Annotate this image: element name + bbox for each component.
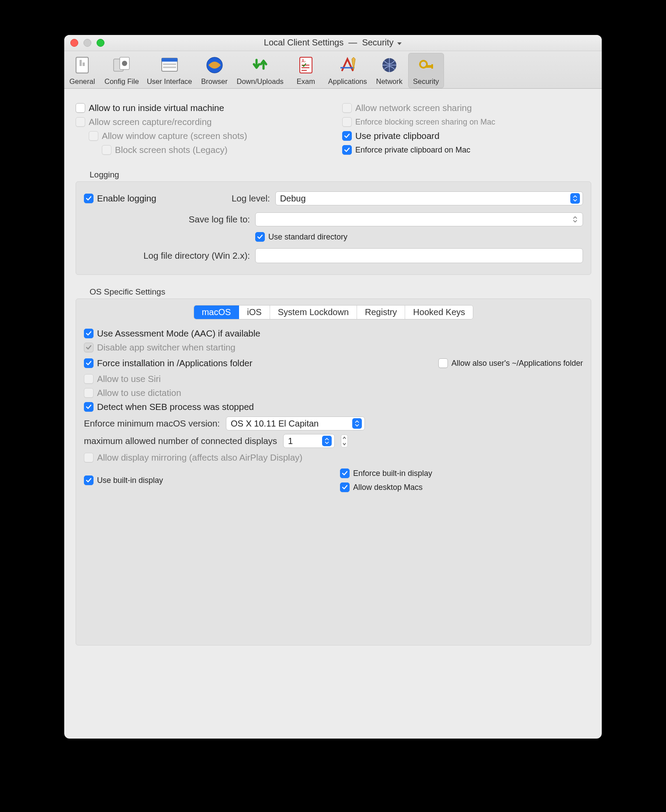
option-allow-window-capture: Allow window capture (screen shots) (76, 130, 325, 142)
option-enable-logging[interactable]: Enable logging (84, 192, 156, 205)
toolbar-general[interactable]: General (64, 53, 100, 88)
option-label: Allow to run inside virtual machine (89, 103, 224, 113)
option-disable-switcher: Disable app switcher when starting (84, 341, 583, 354)
option-label: Block screen shots (Legacy) (115, 145, 228, 155)
toolbar-exam-label: Exam (297, 77, 315, 86)
os-section: macOS iOS System Lockdown Registry Hooke… (76, 298, 591, 645)
toolbar-browser[interactable]: Browser (197, 53, 232, 88)
network-icon (379, 55, 400, 76)
option-allow-desktop-macs[interactable]: Allow desktop Macs (340, 481, 583, 493)
select-arrows-icon (570, 193, 580, 204)
os-title: OS Specific Settings (90, 287, 591, 297)
toolbar-security[interactable]: Security (408, 53, 444, 88)
option-label: Allow window capture (screen shots) (102, 131, 247, 141)
option-label: Detect when SEB process was stopped (97, 402, 254, 412)
option-label: Use standard directory (268, 232, 347, 242)
checkbox-icon (84, 329, 94, 338)
svg-rect-8 (163, 63, 176, 65)
toolbar-browser-label: Browser (201, 77, 228, 86)
toolbar-applications-label: Applications (328, 77, 367, 86)
loglevel-value: Debug (280, 194, 306, 204)
top-left: Allow to run inside virtual machine Allo… (76, 100, 325, 158)
tab-registry[interactable]: Registry (357, 305, 405, 319)
option-label: Enforce private clipboard on Mac (355, 146, 470, 155)
browser-icon (204, 55, 225, 76)
toolbar-config-file[interactable]: Config File (101, 53, 142, 88)
option-allow-net-screen: Allow network screen sharing (342, 102, 591, 114)
max-displays-stepper[interactable] (341, 434, 348, 448)
tab-macos[interactable]: macOS (194, 305, 239, 319)
option-label: Force installation in /Applications fold… (97, 358, 253, 368)
security-icon (416, 55, 437, 76)
option-use-aac[interactable]: Use Assessment Mode (AAC) if available (84, 327, 583, 340)
toolbar-down-uploads[interactable]: Down/Uploads (233, 53, 287, 88)
toolbar-config-file-label: Config File (104, 77, 139, 86)
checkbox-icon (84, 388, 94, 398)
max-displays-select[interactable]: 1 (283, 434, 335, 448)
window-title: Local Client Settings — Security (64, 38, 602, 48)
option-use-std-dir[interactable]: Use standard directory (255, 231, 347, 243)
user-interface-icon (159, 55, 180, 76)
tab-ios[interactable]: iOS (239, 305, 270, 319)
option-label: Enforce blocking screen sharing on Mac (355, 118, 495, 127)
option-label: Allow display mirroring (affects also Ai… (97, 452, 302, 463)
option-allow-vm[interactable]: Allow to run inside virtual machine (76, 102, 325, 114)
title-section: Security (362, 38, 393, 47)
window-controls (70, 39, 104, 47)
checkbox-icon (342, 103, 352, 113)
option-label: Allow screen capture/recording (89, 117, 212, 127)
checkbox-icon (84, 475, 94, 485)
minimize-window-button (83, 39, 91, 47)
tab-system-lockdown[interactable]: System Lockdown (270, 305, 357, 319)
toolbar-network[interactable]: Network (371, 53, 407, 88)
zoom-window-button[interactable] (97, 39, 104, 47)
checkbox-icon (84, 374, 94, 384)
option-allow-user-apps[interactable]: Allow also user's ~/Applications folder (438, 357, 583, 369)
checkbox-icon (84, 402, 94, 412)
checkbox-icon (84, 453, 94, 462)
option-enforce-clip-mac[interactable]: Enforce private clipboard on Mac (342, 144, 591, 156)
option-detect-stopped[interactable]: Detect when SEB process was stopped (84, 401, 583, 413)
option-label: Allow to use Siri (97, 374, 161, 384)
toolbar-security-label: Security (413, 77, 439, 86)
option-force-install[interactable]: Force installation in /Applications fold… (84, 357, 425, 369)
toolbar-exam[interactable]: A- Exam (288, 53, 324, 88)
option-private-clip[interactable]: Use private clipboard (342, 130, 591, 142)
option-enforce-builtin[interactable]: Enforce built-in display (340, 467, 583, 479)
svg-point-15 (420, 61, 427, 68)
checkbox-icon (84, 358, 94, 368)
select-arrows-icon (352, 418, 362, 429)
savefile-select[interactable] (255, 212, 583, 226)
enforce-min-label: Enforce minimum macOS version: (84, 418, 220, 429)
close-window-button[interactable] (70, 39, 78, 47)
checkbox-icon (84, 194, 94, 203)
down-uploads-icon (250, 55, 271, 76)
logdir-input[interactable] (255, 248, 583, 263)
option-label: Enforce built-in display (353, 469, 432, 478)
option-allow-dictation: Allow to use dictation (84, 387, 583, 399)
svg-text:A-: A- (302, 59, 306, 63)
checkbox-icon (340, 468, 350, 478)
title-dropdown-icon[interactable] (397, 38, 402, 48)
applications-icon (337, 55, 358, 76)
general-icon (72, 55, 93, 76)
option-use-builtin[interactable]: Use built-in display (84, 474, 327, 486)
top-options: Allow to run inside virtual machine Allo… (76, 100, 591, 158)
max-displays-label: maximum allowed number of connected disp… (84, 436, 277, 446)
logging-title: Logging (90, 170, 591, 180)
enforce-min-select[interactable]: OS X 10.11 El Capitan (226, 416, 365, 430)
toolbar-applications[interactable]: Applications (325, 53, 371, 88)
toolbar-user-interface[interactable]: User Interface (143, 53, 196, 88)
tab-hooked-keys[interactable]: Hooked Keys (405, 305, 473, 319)
option-allow-mirror: Allow display mirroring (affects also Ai… (84, 451, 583, 464)
option-label: Use built-in display (97, 476, 163, 485)
enforce-min-value: OS X 10.11 El Capitan (231, 419, 319, 429)
logdir-label: Log file directory (Win 2.x): (84, 250, 250, 261)
svg-rect-1 (80, 60, 82, 66)
loglevel-select[interactable]: Debug (275, 191, 583, 205)
os-tabs: macOS iOS System Lockdown Registry Hooke… (194, 305, 474, 319)
checkbox-icon (84, 343, 94, 352)
checkbox-icon (76, 117, 85, 127)
checkbox-icon (89, 131, 98, 141)
option-label: Use private clipboard (355, 131, 440, 141)
